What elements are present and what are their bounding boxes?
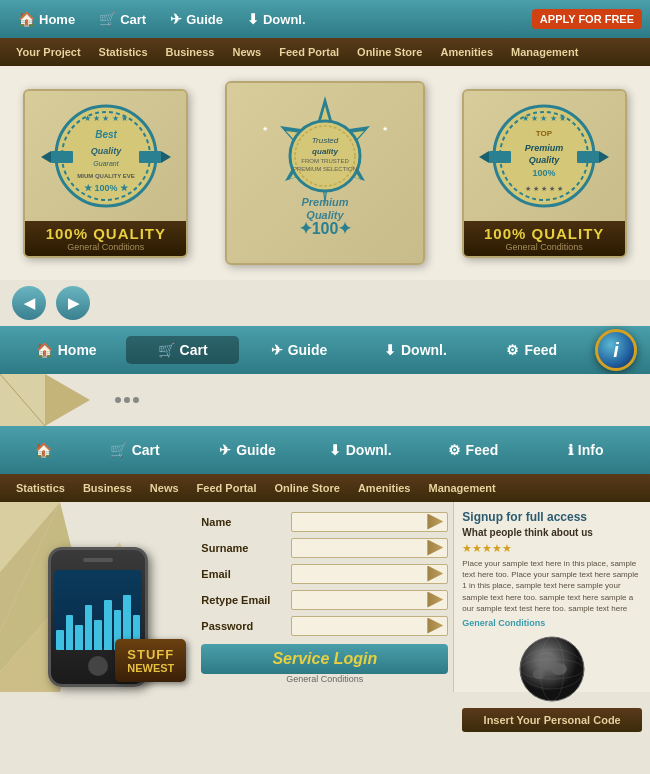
nav-guide[interactable]: ✈ Guide	[160, 7, 233, 31]
feed3-icon: ⚙	[448, 442, 461, 458]
third-nav-cart[interactable]: 🛒 Cart	[80, 436, 189, 464]
svg-text:Trusted: Trusted	[312, 136, 339, 145]
svg-text:Premium: Premium	[525, 143, 564, 153]
second-nav-feed[interactable]: ⚙ Feed	[476, 336, 588, 364]
general-conditions-link[interactable]: General Conditions	[462, 618, 642, 628]
fourth-subnav-business[interactable]: Business	[75, 479, 140, 497]
nav-home[interactable]: 🏠 Home	[8, 7, 85, 31]
subnav-statistics[interactable]: Statistics	[91, 43, 156, 61]
sub-nav: Your Project Statistics Business News Fe…	[0, 38, 650, 66]
third-nav-info[interactable]: ℹ Info	[531, 436, 640, 464]
fourth-subnav-feedportal[interactable]: Feed Portal	[189, 479, 265, 497]
prev-arrow-button[interactable]: ◀	[12, 286, 46, 320]
fourth-subnav-statistics[interactable]: Statistics	[8, 479, 73, 497]
svg-point-47	[551, 663, 567, 675]
second-nav: 🏠 Home 🛒 Cart ✈ Guide ⬇ Downl. ⚙ Feed i	[0, 326, 650, 374]
dots-indicator	[100, 392, 154, 408]
nav-cart[interactable]: 🛒 Cart	[89, 7, 156, 31]
fourth-subnav-amenities[interactable]: Amenities	[350, 479, 419, 497]
feed2-icon: ⚙	[506, 342, 519, 358]
guide3-icon: ✈	[219, 442, 231, 458]
svg-text:Guarant: Guarant	[93, 160, 119, 167]
info-circle-wrap: i	[592, 326, 640, 374]
svg-text:Quality: Quality	[91, 146, 123, 156]
second-nav-home[interactable]: 🏠 Home	[10, 336, 122, 364]
origami-middle	[0, 374, 650, 426]
cart3-icon: 🛒	[110, 442, 127, 458]
fourth-subnav-onlinestore[interactable]: Online Store	[267, 479, 348, 497]
subnav-amenities[interactable]: Amenities	[433, 43, 502, 61]
svg-text:★ ★ ★ ★ ★: ★ ★ ★ ★ ★	[84, 114, 128, 123]
mobile-area: STUFF NEWEST	[0, 502, 196, 692]
service-login-button[interactable]: Service Login	[201, 644, 448, 674]
form-surname-row: Surname	[201, 536, 448, 559]
mobile-speaker	[83, 558, 113, 562]
subnav-onlinestore[interactable]: Online Store	[349, 43, 430, 61]
third-nav-home[interactable]: 🏠	[10, 436, 76, 464]
third-nav: 🏠 🛒 Cart ✈ Guide ⬇ Downl. ⚙ Feed ℹ Info	[0, 426, 650, 474]
form-retype-arrow	[427, 592, 443, 608]
third-nav-downl[interactable]: ⬇ Downl.	[306, 436, 415, 464]
download3-icon: ⬇	[329, 442, 341, 458]
svg-text:★ ★ ★ ★ ★: ★ ★ ★ ★ ★	[525, 185, 563, 192]
globe-area	[462, 634, 642, 704]
second-nav-cart[interactable]: 🛒 Cart	[126, 336, 238, 364]
fourth-subnav-news[interactable]: News	[142, 479, 187, 497]
signup-subtitle: What people think about us	[462, 527, 642, 538]
form-name-input[interactable]	[296, 516, 423, 527]
subnav-yourproject[interactable]: Your Project	[8, 43, 89, 61]
form-login-sub: General Conditions	[201, 674, 448, 684]
form-email-input[interactable]	[296, 568, 423, 579]
subnav-news[interactable]: News	[224, 43, 269, 61]
chart-bar-2	[66, 615, 74, 650]
form-email-input-wrap	[291, 564, 448, 584]
form-section: Name Surname Email Retype Email	[196, 502, 453, 692]
guide2-icon: ✈	[271, 342, 283, 358]
svg-text:★ ★ ★ ★ ★: ★ ★ ★ ★ ★	[522, 114, 566, 123]
download-icon: ⬇	[247, 11, 259, 27]
third-nav-feed[interactable]: ⚙ Feed	[419, 436, 528, 464]
insert-code-button[interactable]: Insert Your Personal Code	[462, 708, 642, 732]
second-nav-guide[interactable]: ✈ Guide	[243, 336, 355, 364]
second-nav-downl[interactable]: ⬇ Downl.	[359, 336, 471, 364]
form-password-row: Password	[201, 614, 448, 637]
subnav-management[interactable]: Management	[503, 43, 586, 61]
svg-rect-33	[489, 151, 511, 163]
cart-icon: 🛒	[99, 11, 116, 27]
info3-icon: ℹ	[568, 442, 573, 458]
form-retype-input[interactable]	[296, 594, 423, 605]
nav-downl[interactable]: ⬇ Downl.	[237, 7, 316, 31]
chart-bar-5	[94, 620, 102, 650]
download2-icon: ⬇	[384, 342, 396, 358]
subnav-feedportal[interactable]: Feed Portal	[271, 43, 347, 61]
badge-center-svg: Trusted quality FROM TRUSTED PREMIUM SEL…	[240, 91, 410, 256]
dot-1	[115, 397, 121, 403]
badge-left: ★ ★ ★ ★ ★ Best Quality Guarant MIUM QUAL…	[23, 89, 188, 258]
home-icon: 🏠	[18, 11, 35, 27]
next-arrow-button[interactable]: ▶	[56, 286, 90, 320]
svg-text:✦100✦: ✦100✦	[299, 220, 353, 237]
stuff-newest-label: STUFF NEWEST	[115, 639, 186, 682]
top-nav: 🏠 Home 🛒 Cart ✈ Guide ⬇ Downl. APPLY FOR…	[0, 0, 650, 38]
svg-marker-34	[479, 151, 489, 163]
svg-rect-35	[577, 151, 599, 163]
svg-text:PREMIUM SELECTION: PREMIUM SELECTION	[293, 166, 357, 172]
globe-icon	[517, 634, 587, 704]
form-surname-input[interactable]	[296, 542, 423, 553]
badge-left-svg: ★ ★ ★ ★ ★ Best Quality Guarant MIUM QUAL…	[36, 96, 176, 216]
origami-paper	[0, 374, 90, 426]
nav-apply[interactable]: APPLY FOR FREE	[532, 9, 642, 29]
svg-text:TOP: TOP	[536, 129, 553, 138]
badge-right-bottom: 100% QUALITY General Conditions	[464, 221, 625, 256]
svg-text:MIUM QUALITY EVE: MIUM QUALITY EVE	[77, 173, 135, 179]
chart-bar-3	[75, 625, 83, 650]
fourth-subnav-management[interactable]: Management	[420, 479, 503, 497]
badge-center: Trusted quality FROM TRUSTED PREMIUM SEL…	[225, 81, 425, 265]
subnav-business[interactable]: Business	[158, 43, 223, 61]
third-nav-guide[interactable]: ✈ Guide	[193, 436, 302, 464]
form-name-input-wrap	[291, 512, 448, 532]
guide-icon: ✈	[170, 11, 182, 27]
svg-text:★: ★	[262, 125, 268, 132]
form-password-input[interactable]	[296, 620, 423, 631]
info-circle-button[interactable]: i	[595, 329, 637, 371]
